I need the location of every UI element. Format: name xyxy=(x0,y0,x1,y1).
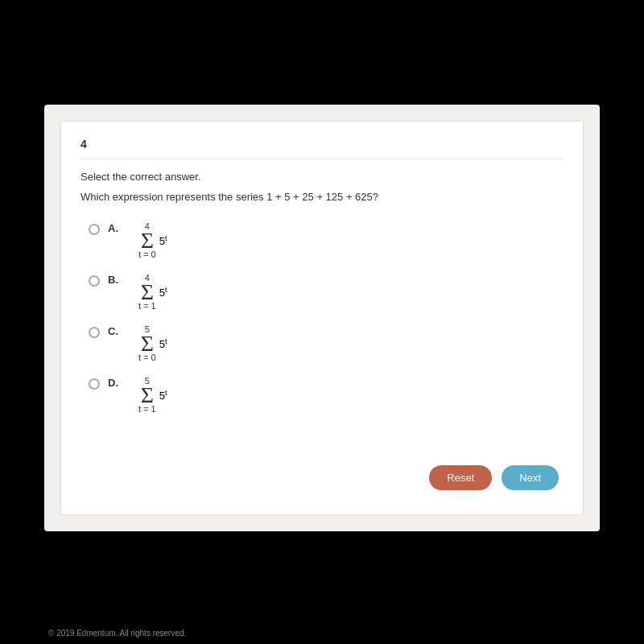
sigma-expr-c: 5 Σ t = 0 5t xyxy=(132,325,167,362)
sigma-expr-d: 5 Σ t = 1 5t xyxy=(132,377,167,414)
label-b: B. xyxy=(108,274,124,286)
footer-text: © 2019 Edmentum. All rights reserved. xyxy=(48,629,186,638)
screen: 4 Select the correct answer. Which expre… xyxy=(44,105,600,531)
options-list: A. 4 Σ t = 0 5t B. 4 Σ xyxy=(89,222,564,414)
option-c[interactable]: C. 5 Σ t = 0 5t xyxy=(89,325,564,362)
option-b[interactable]: B. 4 Σ t = 1 5t xyxy=(89,274,564,311)
label-a: A. xyxy=(108,222,124,234)
radio-d[interactable] xyxy=(89,378,100,390)
question-text: Which expression represents the series 1… xyxy=(80,191,564,203)
option-a[interactable]: A. 4 Σ t = 0 5t xyxy=(89,222,564,259)
label-d: D. xyxy=(108,377,124,389)
sigma-expr-a: 4 Σ t = 0 5t xyxy=(132,222,167,259)
radio-a[interactable] xyxy=(89,224,100,235)
radio-c[interactable] xyxy=(89,327,100,338)
instruction: Select the correct answer. xyxy=(80,171,564,183)
option-d[interactable]: D. 5 Σ t = 1 5t xyxy=(89,377,564,414)
label-c: C. xyxy=(108,325,124,337)
buttons-row: Reset Next xyxy=(429,465,559,490)
sigma-expr-b: 4 Σ t = 1 5t xyxy=(132,274,167,311)
question-card: 4 Select the correct answer. Which expre… xyxy=(60,121,584,515)
radio-b[interactable] xyxy=(89,275,100,287)
next-button[interactable]: Next xyxy=(502,465,559,490)
reset-button[interactable]: Reset xyxy=(429,465,492,490)
question-number: 4 xyxy=(80,138,564,159)
